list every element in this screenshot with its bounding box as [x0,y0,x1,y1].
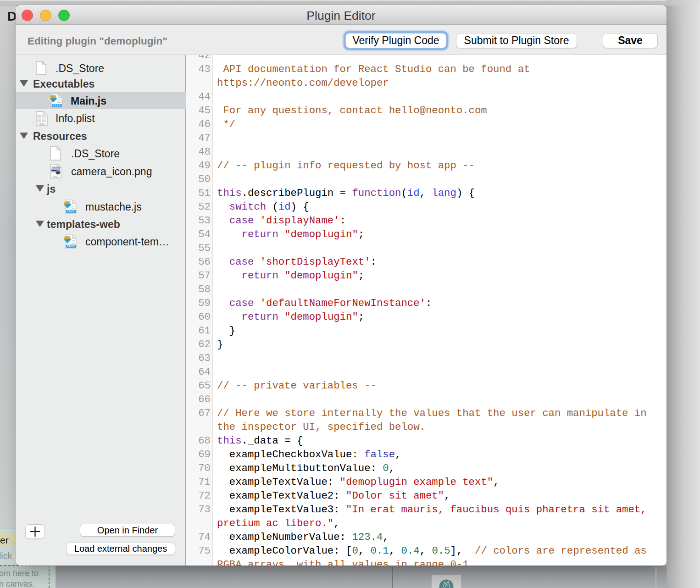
svg-text:PLIST: PLIST [39,122,45,125]
svg-text:PNG: PNG [53,175,58,178]
svg-text:TEXT: TEXT [67,210,75,213]
svg-text:TEXT: TEXT [53,104,61,107]
svg-text:TEXT: TEXT [67,245,75,248]
